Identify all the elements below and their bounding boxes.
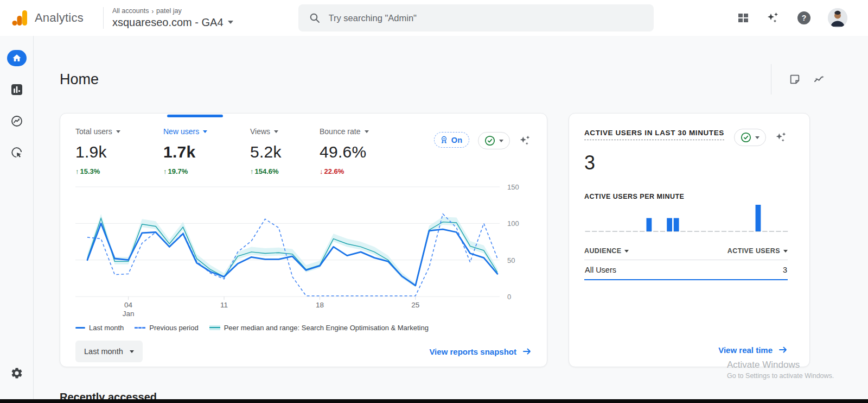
windows-activation-watermark: Activate Windows Go to Settings to activ… xyxy=(727,359,834,381)
dropdown-caret-icon xyxy=(203,130,207,133)
gemini-sparkle-icon[interactable] xyxy=(766,11,780,25)
dropdown-caret-icon xyxy=(130,350,134,353)
view-real-time-link[interactable]: View real time xyxy=(718,345,788,355)
svg-text:100: 100 xyxy=(507,219,519,228)
notes-icon[interactable] xyxy=(789,73,801,85)
data-quality-pill[interactable] xyxy=(478,132,510,149)
arrow-up-icon: ↑ xyxy=(75,168,79,175)
metric-value: 1.7k xyxy=(163,144,250,160)
metric-total-users: Total users 1.9k ↑ 15.3% xyxy=(75,128,163,175)
property-name: xsquareseo.com - GA4 xyxy=(112,16,224,29)
audience-cell: All Users xyxy=(585,266,616,274)
view-reports-snapshot-link[interactable]: View reports snapshot xyxy=(429,347,532,356)
arrow-right-icon xyxy=(522,347,532,356)
main-content: Home xyxy=(34,36,868,403)
audience-column-header[interactable]: AUDIENCE xyxy=(584,247,629,255)
solid-line-swatch-icon xyxy=(75,327,85,329)
account-property-switcher[interactable]: All accounts › patel jay xsquareseo.com … xyxy=(112,7,233,28)
nav-explore[interactable] xyxy=(7,113,27,129)
legend-previous-period: Previous period xyxy=(135,324,198,332)
svg-text:Jan: Jan xyxy=(123,310,135,318)
taskbar-edge xyxy=(0,399,868,403)
active-users-column-header[interactable]: ACTIVE USERS xyxy=(727,247,788,255)
metric-value: 1.9k xyxy=(75,144,163,160)
check-circle-icon xyxy=(484,135,495,146)
search-icon xyxy=(309,12,320,23)
breadcrumb-account: patel jay xyxy=(156,7,182,15)
metric-views-selector[interactable]: Views xyxy=(250,128,320,135)
dropdown-caret-icon xyxy=(116,130,120,133)
legend-peer-median: Peer median and range: Search Engine Opt… xyxy=(209,324,429,332)
svg-text:0: 0 xyxy=(507,293,511,301)
svg-text:18: 18 xyxy=(316,301,324,309)
global-search[interactable] xyxy=(298,4,654,32)
insights-trend-icon[interactable] xyxy=(813,73,826,86)
users-line-chart: 05010015004Jan111825 xyxy=(75,181,532,318)
nav-reports[interactable] xyxy=(7,81,27,98)
dropdown-caret-icon xyxy=(499,140,503,142)
per-minute-label: ACTIVE USERS PER MINUTE xyxy=(584,193,788,200)
svg-text:25: 25 xyxy=(411,301,419,309)
active-users-value: 3 xyxy=(584,152,788,174)
dropdown-caret-icon xyxy=(783,250,788,253)
svg-text:11: 11 xyxy=(220,301,228,309)
insights-sparkle-icon[interactable] xyxy=(519,132,532,147)
app-name: Analytics xyxy=(35,11,84,25)
bar-chart-icon xyxy=(11,84,23,96)
home-icon xyxy=(12,53,22,63)
metric-new-users: New users 1.7k ↑ 19.7% xyxy=(163,128,250,175)
metric-bounce-rate: Bounce rate 49.6% ↓ 22.6% xyxy=(320,128,369,175)
metric-total-users-selector[interactable]: Total users xyxy=(75,128,163,135)
svg-text:?: ? xyxy=(802,14,807,22)
help-icon[interactable]: ? xyxy=(796,10,812,26)
per-minute-bar-chart xyxy=(584,204,788,235)
gear-icon xyxy=(10,367,23,380)
legend-last-month: Last month xyxy=(75,324,124,332)
selected-metric-tab-indicator xyxy=(167,115,223,117)
benchmarking-on-badge[interactable]: On xyxy=(434,132,469,148)
band-swatch-icon xyxy=(209,325,220,330)
chart-legend: Last month Previous period Peer median a… xyxy=(75,324,532,332)
dropdown-caret-icon xyxy=(755,136,760,139)
user-avatar[interactable] xyxy=(828,8,847,28)
realtime-card: ACTIVE USERS IN LAST 30 MINUTES xyxy=(569,113,810,367)
page-head-divider xyxy=(771,64,771,95)
breadcrumb-root: All accounts xyxy=(112,7,149,15)
metric-delta: ↑ 154.6% xyxy=(250,168,320,175)
analytics-logo[interactable]: Analytics xyxy=(0,9,103,27)
dropdown-caret-icon xyxy=(274,130,278,133)
metric-value: 49.6% xyxy=(320,144,369,160)
property-caret-icon xyxy=(228,21,233,24)
metric-delta: ↓ 22.6% xyxy=(320,168,369,175)
explore-icon xyxy=(10,115,23,128)
metric-delta: ↑ 15.3% xyxy=(75,168,163,175)
metric-bounce-rate-selector[interactable]: Bounce rate xyxy=(320,128,369,135)
analytics-logo-icon xyxy=(12,9,28,27)
page-title: Home xyxy=(60,71,99,88)
arrow-right-icon xyxy=(778,345,788,355)
table-row[interactable]: All Users 3 xyxy=(584,260,788,279)
arrow-down-icon: ↓ xyxy=(320,168,323,175)
nav-advertising[interactable] xyxy=(7,144,27,161)
nav-home[interactable] xyxy=(7,50,27,66)
top-app-bar: Analytics All accounts › patel jay xsqua… xyxy=(0,0,868,36)
metric-value: 5.2k xyxy=(250,144,320,160)
arrow-up-icon: ↑ xyxy=(250,168,254,175)
check-circle-icon xyxy=(741,132,751,143)
breadcrumb: All accounts › patel jay xyxy=(112,7,233,15)
metric-delta: ↑ 19.7% xyxy=(163,168,250,175)
nav-admin-settings[interactable] xyxy=(7,365,27,381)
insights-sparkle-icon[interactable] xyxy=(775,129,788,144)
arrow-up-icon: ↑ xyxy=(163,168,167,175)
breadcrumb-separator-icon: › xyxy=(151,7,154,15)
svg-text:04: 04 xyxy=(124,301,133,309)
date-range-button[interactable]: Last month xyxy=(75,341,143,362)
metric-new-users-selector[interactable]: New users xyxy=(163,128,250,135)
home-overview-card: Total users 1.9k ↑ 15.3% New users xyxy=(60,113,547,367)
realtime-title[interactable]: ACTIVE USERS IN LAST 30 MINUTES xyxy=(584,129,724,140)
dropdown-caret-icon xyxy=(365,130,369,133)
data-quality-pill[interactable] xyxy=(734,129,766,146)
google-apps-grid-icon[interactable] xyxy=(737,11,750,24)
search-input[interactable] xyxy=(329,13,643,23)
svg-text:150: 150 xyxy=(507,183,519,191)
